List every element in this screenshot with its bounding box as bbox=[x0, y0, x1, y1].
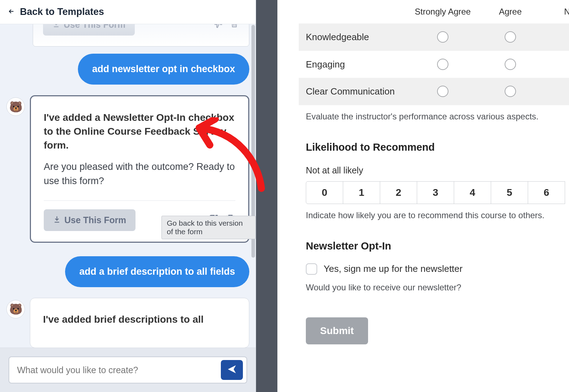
chat-input-area bbox=[0, 348, 256, 392]
likert-col-label: Agree bbox=[477, 6, 544, 17]
newsletter-checkbox[interactable] bbox=[306, 263, 317, 275]
trash-icon[interactable] bbox=[230, 24, 239, 31]
version-tooltip: Go back to this version of the form bbox=[161, 216, 256, 239]
divider bbox=[44, 200, 235, 201]
field-hint: Evaluate the instructor's performance ac… bbox=[306, 112, 569, 122]
section-title-optin: Newsletter Opt-In bbox=[306, 240, 569, 252]
download-icon bbox=[52, 24, 60, 30]
download-icon bbox=[53, 215, 61, 225]
nps-option[interactable]: 2 bbox=[380, 181, 417, 204]
chat-input[interactable] bbox=[17, 365, 221, 375]
field-hint: Would you like to receive our newsletter… bbox=[306, 283, 569, 292]
back-to-templates-button[interactable]: Back to Templates bbox=[0, 0, 256, 24]
send-button[interactable] bbox=[221, 360, 243, 380]
nps-option[interactable]: 1 bbox=[343, 181, 380, 204]
nps-option[interactable]: 6 bbox=[528, 181, 565, 204]
section-title-recommend: Likelihood to Recommend bbox=[306, 141, 569, 153]
use-this-form-button-prev[interactable]: Use This Form bbox=[43, 24, 135, 36]
radio-button[interactable] bbox=[505, 86, 516, 97]
nps-option[interactable]: 3 bbox=[417, 181, 454, 204]
likert-col-label: Strongly Agree bbox=[409, 6, 477, 17]
thumbs-down-icon[interactable] bbox=[213, 24, 223, 31]
radio-button[interactable] bbox=[505, 31, 516, 43]
likert-row: Knowledgeable bbox=[299, 23, 569, 51]
ai-avatar: 🐻 bbox=[6, 300, 25, 318]
likert-row-label: Engaging bbox=[306, 59, 409, 70]
back-label: Back to Templates bbox=[20, 6, 104, 17]
likert-row: Engaging bbox=[299, 51, 569, 78]
likert-header: Strongly Agree Agree Neutral bbox=[299, 0, 569, 23]
nps-option[interactable]: 0 bbox=[306, 181, 343, 204]
scrollbar[interactable] bbox=[251, 25, 255, 335]
send-icon bbox=[227, 364, 237, 376]
use-this-form-button[interactable]: Use This Form bbox=[44, 209, 135, 231]
likert-row: Clear Communication bbox=[299, 78, 569, 105]
radio-button[interactable] bbox=[437, 86, 448, 97]
panel-divider bbox=[256, 0, 277, 392]
user-message: add newsletter opt in checkbox bbox=[78, 54, 249, 85]
previous-ai-card: Use This Form bbox=[33, 24, 249, 47]
nps-left-label: Not at all likely bbox=[306, 165, 569, 176]
ai-avatar: 🐻 bbox=[6, 97, 25, 116]
user-message: add a brief description to all fields bbox=[65, 256, 249, 287]
chat-panel: Back to Templates Use This Form bbox=[0, 0, 256, 392]
radio-button[interactable] bbox=[437, 59, 448, 70]
radio-button[interactable] bbox=[505, 59, 516, 70]
ai-response-heading: I've added a Newsletter Opt-In checkbox … bbox=[44, 111, 235, 152]
nps-option[interactable]: 4 bbox=[454, 181, 491, 204]
likert-col-label: Neutral bbox=[544, 6, 569, 17]
nps-scale: 0 1 2 3 4 5 6 bbox=[306, 181, 569, 204]
arrow-left-icon bbox=[8, 8, 15, 16]
ai-response-card[interactable]: I've added brief descriptions to all bbox=[30, 298, 249, 348]
submit-button[interactable]: Submit bbox=[306, 317, 368, 344]
form-preview-panel: Strongly Agree Agree Neutral Knowledgeab… bbox=[277, 0, 569, 392]
ai-response-body: Are you pleased with the outcome? Ready … bbox=[44, 160, 235, 188]
nps-option[interactable]: 5 bbox=[491, 181, 528, 204]
likert-row-label: Clear Communication bbox=[306, 86, 409, 97]
field-hint: Indicate how likely you are to recommend… bbox=[306, 210, 569, 220]
ai-response-heading: I've added brief descriptions to all bbox=[43, 312, 236, 326]
newsletter-checkbox-label: Yes, sign me up for the newsletter bbox=[324, 263, 463, 274]
radio-button[interactable] bbox=[437, 31, 448, 43]
likert-row-label: Knowledgeable bbox=[306, 31, 409, 43]
